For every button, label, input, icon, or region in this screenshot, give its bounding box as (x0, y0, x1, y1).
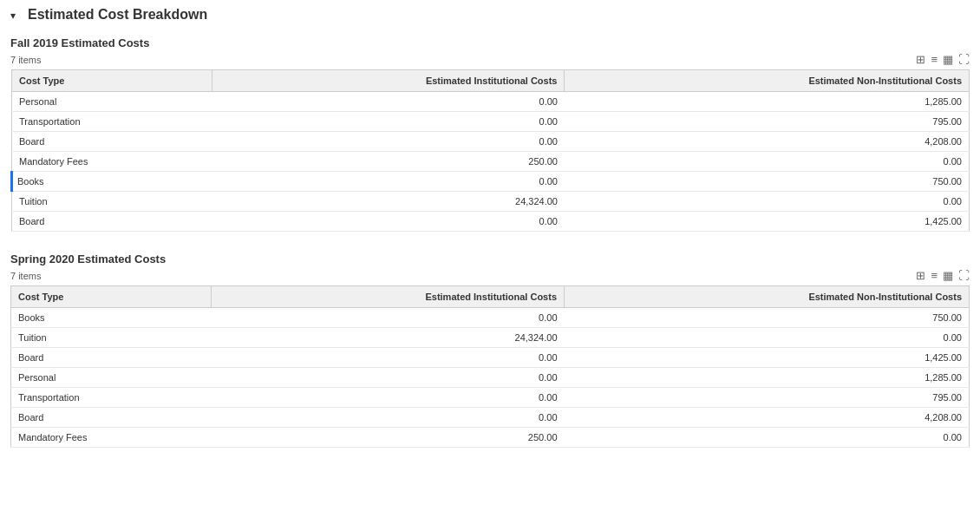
chart-icon[interactable]: ▦ (943, 53, 953, 66)
items-count-spring-2020: 7 items (10, 271, 41, 281)
non-institutional-cost-cell: 1,285.00 (565, 92, 970, 112)
institutional-cost-cell: 0.00 (212, 308, 565, 328)
section-meta-fall-2019: 7 items⊞≡▦⛶ (10, 53, 970, 66)
table-row: Board0.004,208.00 (12, 132, 970, 152)
cost-type-cell: Books (12, 172, 212, 192)
institutional-cost-cell: 0.00 (212, 348, 565, 368)
page-title: Estimated Cost Breakdown (28, 7, 207, 23)
institutional-cost-cell: 0.00 (212, 132, 565, 152)
col-header-institutional: Estimated Institutional Costs (212, 70, 565, 92)
institutional-cost-cell: 250.00 (212, 152, 565, 172)
cost-type-cell: Personal (11, 368, 212, 388)
non-institutional-cost-cell: 0.00 (565, 152, 970, 172)
page-header: ▾ Estimated Cost Breakdown (10, 7, 970, 23)
non-institutional-cost-cell: 0.00 (565, 328, 970, 348)
filter-icon[interactable]: ≡ (931, 269, 938, 282)
institutional-cost-cell: 0.00 (212, 172, 565, 192)
institutional-cost-cell: 0.00 (212, 112, 565, 132)
non-institutional-cost-cell: 750.00 (565, 308, 970, 328)
institutional-cost-cell: 0.00 (212, 212, 565, 232)
collapse-chevron-icon[interactable]: ▾ (10, 10, 21, 20)
expand-icon[interactable]: ⛶ (958, 269, 970, 282)
institutional-cost-cell: 24,324.00 (212, 328, 565, 348)
institutional-cost-cell: 0.00 (212, 388, 565, 408)
cost-type-cell: Board (12, 212, 212, 232)
cost-type-cell: Transportation (12, 112, 212, 132)
cost-type-cell: Mandatory Fees (12, 152, 212, 172)
table-row: Tuition24,324.000.00 (12, 192, 970, 212)
non-institutional-cost-cell: 1,285.00 (565, 368, 970, 388)
cost-type-cell: Books (11, 308, 212, 328)
cost-type-cell: Board (12, 132, 212, 152)
table-fall-2019: Cost TypeEstimated Institutional CostsEs… (10, 69, 970, 232)
cost-type-cell: Tuition (12, 192, 212, 212)
institutional-cost-cell: 250.00 (212, 428, 565, 448)
section-fall-2019: Fall 2019 Estimated Costs7 items⊞≡▦⛶Cost… (10, 36, 970, 232)
section-title-fall-2019: Fall 2019 Estimated Costs (10, 36, 970, 49)
non-institutional-cost-cell: 795.00 (565, 112, 970, 132)
col-header-institutional: Estimated Institutional Costs (212, 286, 565, 308)
cost-type-cell: Transportation (11, 388, 212, 408)
table-row: Tuition24,324.000.00 (11, 328, 970, 348)
chart-icon[interactable]: ▦ (943, 269, 953, 282)
table-spring-2020: Cost TypeEstimated Institutional CostsEs… (10, 285, 970, 448)
table-row: Mandatory Fees250.000.00 (11, 428, 970, 448)
institutional-cost-cell: 0.00 (212, 368, 565, 388)
table-row: Board0.004,208.00 (11, 408, 970, 428)
expand-icon[interactable]: ⛶ (958, 53, 970, 66)
grid-icon[interactable]: ⊞ (916, 269, 925, 282)
table-row: Transportation0.00795.00 (11, 388, 970, 408)
non-institutional-cost-cell: 4,208.00 (565, 132, 970, 152)
table-row: Books0.00750.00 (11, 308, 970, 328)
toolbar-spring-2020: ⊞≡▦⛶ (916, 269, 970, 282)
non-institutional-cost-cell: 0.00 (565, 192, 970, 212)
cost-type-cell: Board (11, 348, 212, 368)
non-institutional-cost-cell: 750.00 (565, 172, 970, 192)
non-institutional-cost-cell: 1,425.00 (565, 348, 970, 368)
cost-type-cell: Board (11, 408, 212, 428)
toolbar-fall-2019: ⊞≡▦⛶ (916, 53, 970, 66)
filter-icon[interactable]: ≡ (931, 53, 938, 66)
table-row: Board0.001,425.00 (12, 212, 970, 232)
col-header-cost-type: Cost Type (12, 70, 212, 92)
institutional-cost-cell: 0.00 (212, 408, 565, 428)
table-row: Mandatory Fees250.000.00 (12, 152, 970, 172)
institutional-cost-cell: 0.00 (212, 92, 565, 112)
col-header-cost-type: Cost Type (11, 286, 212, 308)
section-meta-spring-2020: 7 items⊞≡▦⛶ (10, 269, 970, 282)
table-row: Personal0.001,285.00 (11, 368, 970, 388)
table-row: Books0.00750.00 (12, 172, 970, 192)
col-header-non-institutional: Estimated Non-Institutional Costs (565, 70, 970, 92)
grid-icon[interactable]: ⊞ (916, 53, 925, 66)
non-institutional-cost-cell: 1,425.00 (565, 212, 970, 232)
items-count-fall-2019: 7 items (10, 55, 41, 65)
col-header-non-institutional: Estimated Non-Institutional Costs (565, 286, 970, 308)
page-container: ▾ Estimated Cost Breakdown Fall 2019 Est… (10, 7, 970, 448)
institutional-cost-cell: 24,324.00 (212, 192, 565, 212)
non-institutional-cost-cell: 795.00 (565, 388, 970, 408)
cost-type-cell: Personal (12, 92, 212, 112)
table-row: Board0.001,425.00 (11, 348, 970, 368)
table-row: Transportation0.00795.00 (12, 112, 970, 132)
section-title-spring-2020: Spring 2020 Estimated Costs (10, 252, 970, 266)
section-spring-2020: Spring 2020 Estimated Costs7 items⊞≡▦⛶Co… (10, 252, 970, 448)
non-institutional-cost-cell: 4,208.00 (565, 408, 970, 428)
cost-type-cell: Tuition (11, 328, 212, 348)
table-row: Personal0.001,285.00 (12, 92, 970, 112)
non-institutional-cost-cell: 0.00 (565, 428, 970, 448)
cost-type-cell: Mandatory Fees (11, 428, 212, 448)
